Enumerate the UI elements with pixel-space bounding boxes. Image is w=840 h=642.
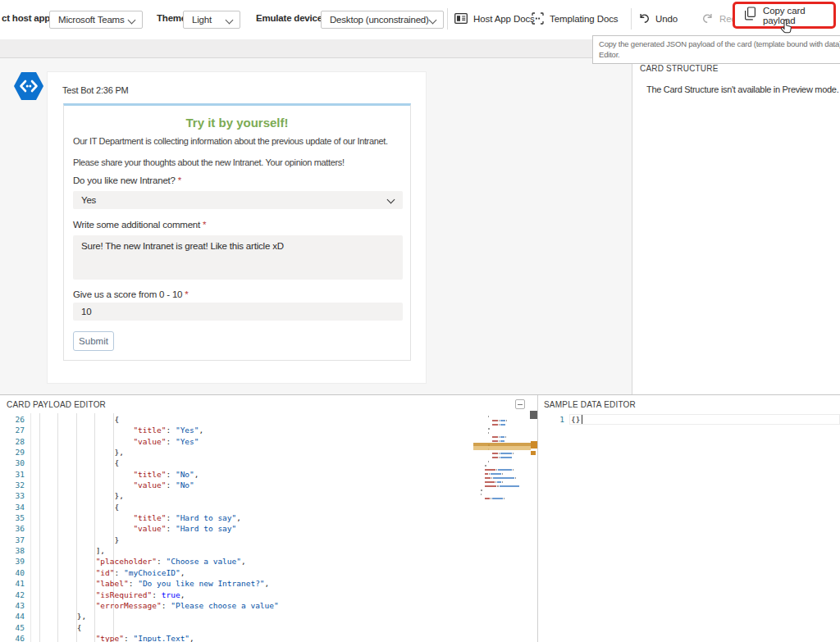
tooltip-line-1: Copy the generated JSON payload of the c…: [599, 39, 840, 49]
code-line[interactable]: },: [39, 490, 279, 501]
chevron-down-icon: [429, 16, 437, 25]
chat-message-container: Test Bot 2:36 PM Try it by yourself! Our…: [47, 71, 427, 384]
line-number: 38: [0, 545, 25, 556]
undo-label: Undo: [655, 14, 678, 24]
code-line[interactable]: "title": "No",: [39, 469, 279, 480]
templating-docs-label: Templating Docs: [550, 14, 619, 24]
choice-dropdown-value: Yes: [81, 195, 96, 205]
window-docs-icon: [454, 13, 468, 25]
choice-dropdown[interactable]: Yes: [73, 191, 403, 209]
card-structure-title: CARD STRUCTURE: [640, 64, 719, 73]
code-line[interactable]: "placeholder": "Choose a value",: [39, 556, 279, 567]
line-number: 40: [0, 567, 25, 578]
code-line[interactable]: {}: [571, 414, 580, 425]
code-line[interactable]: "id": "myChoiceID",: [39, 567, 279, 578]
card-paragraph: Our IT Department is collecting informat…: [73, 136, 388, 146]
line-number: 36: [0, 523, 25, 534]
line-number: 35: [0, 512, 25, 523]
code-line[interactable]: "value": "Hard to say": [39, 523, 279, 534]
minimap-line: [473, 497, 529, 501]
code-line[interactable]: },: [39, 447, 279, 458]
host-app-docs-button[interactable]: Host App Docs: [454, 7, 535, 31]
redo-icon: [702, 12, 714, 25]
code-line[interactable]: "value": "Yes": [39, 436, 279, 447]
required-asterisk: *: [178, 175, 181, 185]
code-line[interactable]: {: [39, 502, 279, 512]
code-line[interactable]: "value": "No": [39, 480, 279, 490]
line-number: 34: [0, 502, 25, 512]
code-line[interactable]: }: [39, 535, 279, 545]
sample-data-editor-panel: SAMPLE DATA EDITOR 1 {}: [538, 395, 840, 642]
host-app-select[interactable]: Microsoft Teams: [49, 11, 143, 29]
code-line[interactable]: "type": "Input.Text",: [39, 633, 279, 642]
text-cursor: [582, 415, 582, 424]
code-line[interactable]: "title": "Hard to say",: [39, 512, 279, 523]
json-code[interactable]: { "title": "Yes", "value": "Yes" }, { "t…: [39, 414, 279, 642]
host-app-label: ct host app:: [2, 13, 53, 23]
line-number: 37: [0, 535, 25, 545]
json-code[interactable]: {}: [571, 414, 580, 425]
sample-data-editor-title: SAMPLE DATA EDITOR: [544, 400, 636, 409]
code-line[interactable]: {: [39, 458, 279, 468]
line-number: 45: [0, 622, 25, 633]
toolbar-separator: [631, 8, 632, 30]
line-numbers: 2627282930313233343536373839404142434445…: [0, 414, 25, 642]
choice-label: Do you like new Intranet? *: [73, 175, 181, 185]
theme-select-value: Light: [192, 15, 212, 25]
card-preview-area: Test Bot 2:36 PM Try it by yourself! Our…: [0, 58, 632, 394]
main-content: Test Bot 2:36 PM Try it by yourself! Our…: [0, 58, 840, 394]
code-line[interactable]: ],: [39, 545, 279, 556]
gutter-divider: [30, 413, 31, 642]
code-line[interactable]: },: [39, 611, 279, 622]
payload-code-editor[interactable]: 2627282930313233343536373839404142434445…: [0, 413, 537, 642]
line-number: 39: [0, 556, 25, 567]
tooltip-line-2: Editor.: [599, 49, 840, 60]
overview-ruler-mark: [531, 441, 537, 448]
adaptive-card-designer: ct host app: Microsoft Teams Theme: Ligh…: [0, 0, 840, 642]
overview-ruler-mark: [531, 451, 536, 455]
scrollbar-thumb[interactable]: [530, 411, 537, 419]
line-number: 33: [0, 490, 25, 501]
required-asterisk: *: [203, 220, 206, 230]
score-input[interactable]: 10: [73, 303, 403, 321]
line-number: 46: [0, 633, 25, 642]
copy-card-payload-button[interactable]: Copy card payload: [763, 6, 833, 25]
card-payload-editor-title: CARD PAYLOAD EDITOR: [7, 400, 106, 409]
emulate-device-label: Emulate device:: [256, 13, 326, 23]
copy-icon: [744, 7, 756, 24]
cursor-hand-icon: [780, 19, 792, 37]
sample-data-code-editor[interactable]: 1 {}: [538, 413, 840, 642]
toolbar: ct host app: Microsoft Teams Theme: Ligh…: [0, 0, 840, 39]
theme-select[interactable]: Light: [183, 11, 240, 29]
copy-payload-tooltip: Copy the generated JSON payload of the c…: [592, 35, 840, 64]
chevron-down-icon: [387, 196, 395, 204]
current-line-highlight: [569, 414, 840, 425]
host-app-docs-label: Host App Docs: [473, 14, 535, 24]
comment-textarea[interactable]: Sure! The new Intranet is great! Like th…: [73, 235, 403, 280]
editors-section: CARD PAYLOAD EDITOR 26272829303132333435…: [0, 394, 840, 642]
score-label: Give us a score from 0 - 10 *: [73, 289, 189, 299]
minimap-highlight-band: [473, 443, 531, 450]
code-line[interactable]: "errorMessage": "Please choose a value": [39, 600, 279, 611]
line-number: 44: [0, 611, 25, 622]
line-number: 30: [0, 458, 25, 468]
line-number: 27: [0, 425, 25, 435]
emulate-device-select[interactable]: Desktop (unconstrained): [321, 11, 444, 29]
code-line[interactable]: "isRequired": true,: [39, 590, 279, 600]
card-title: Try it by yourself!: [64, 116, 410, 130]
card-paragraph: Please share your thoughts about the new…: [73, 157, 345, 167]
code-line[interactable]: {: [39, 622, 279, 633]
minimap[interactable]: [473, 415, 529, 501]
undo-button[interactable]: Undo: [638, 7, 678, 31]
line-number: 31: [0, 469, 25, 480]
submit-button[interactable]: Submit: [73, 331, 114, 351]
code-line[interactable]: "title": "Yes",: [39, 425, 279, 435]
required-asterisk: *: [185, 289, 188, 299]
code-line[interactable]: {: [39, 414, 279, 425]
toolbar-separator: [447, 8, 448, 30]
line-number: 41: [0, 578, 25, 589]
templating-docs-button[interactable]: Templating Docs: [532, 7, 619, 31]
collapse-panel-icon[interactable]: [515, 399, 525, 409]
sender-and-timestamp: Test Bot 2:36 PM: [62, 85, 129, 95]
code-line[interactable]: "label": "Do you like new Intranet?",: [39, 578, 279, 589]
